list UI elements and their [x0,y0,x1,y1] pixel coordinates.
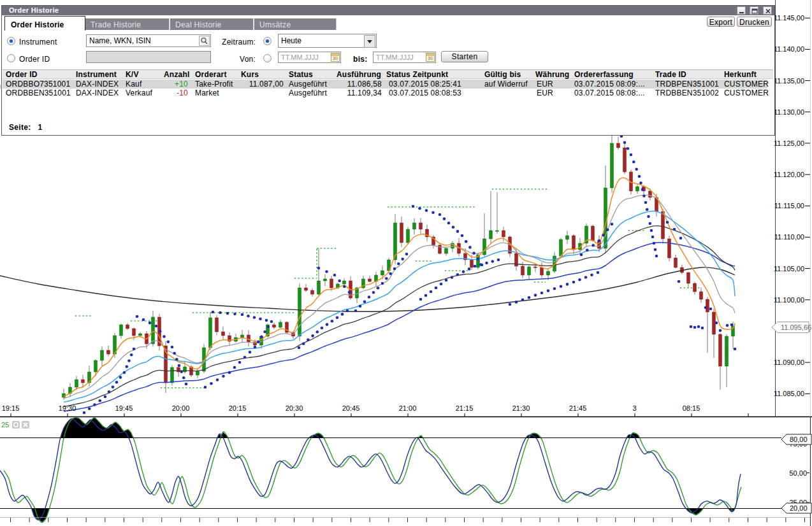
svg-text:21:15: 21:15 [456,404,474,412]
svg-text:11.135,00: 11.135,00 [774,77,804,85]
svg-text:21:00: 21:00 [399,404,417,412]
svg-text:80,00: 80,00 [790,436,808,443]
svg-text:20,00: 20,00 [790,504,808,512]
svg-text:11.145,00: 11.145,00 [774,14,804,22]
svg-text:19:30: 19:30 [59,404,76,412]
svg-text:11.140,00: 11.140,00 [774,45,804,53]
svg-text:19:15: 19:15 [2,404,20,412]
svg-text:21:45: 21:45 [569,404,587,412]
svg-text:08:15: 08:15 [683,404,700,412]
svg-text:20:30: 20:30 [286,404,303,412]
svg-text:11.095,66: 11.095,66 [781,323,811,331]
svg-text:30: 30 [428,56,433,60]
svg-text:20:00: 20:00 [172,404,190,412]
svg-text:11.115,00: 11.115,00 [774,202,804,210]
svg-text:11.090,00: 11.090,00 [774,359,804,366]
svg-text:g: g [0,82,1,90]
svg-text:50,00: 50,00 [789,469,807,477]
svg-text:11.125,00: 11.125,00 [774,139,804,147]
svg-text:11.105,00: 11.105,00 [774,265,804,273]
svg-text:11.110,00: 11.110,00 [774,233,804,241]
svg-text:25: 25 [1,421,9,429]
svg-text:11.130,00: 11.130,00 [774,108,804,116]
svg-text:20:15: 20:15 [229,404,247,412]
svg-text:21:30: 21:30 [512,404,530,412]
svg-text:30: 30 [333,56,338,60]
svg-text:19:45: 19:45 [115,404,133,412]
svg-text:3: 3 [632,404,636,412]
svg-text:20:45: 20:45 [342,404,360,412]
svg-text:11.100,00: 11.100,00 [774,296,804,304]
svg-text:11.120,00: 11.120,00 [774,171,804,178]
svg-text:11.085,00: 11.085,00 [774,390,804,397]
